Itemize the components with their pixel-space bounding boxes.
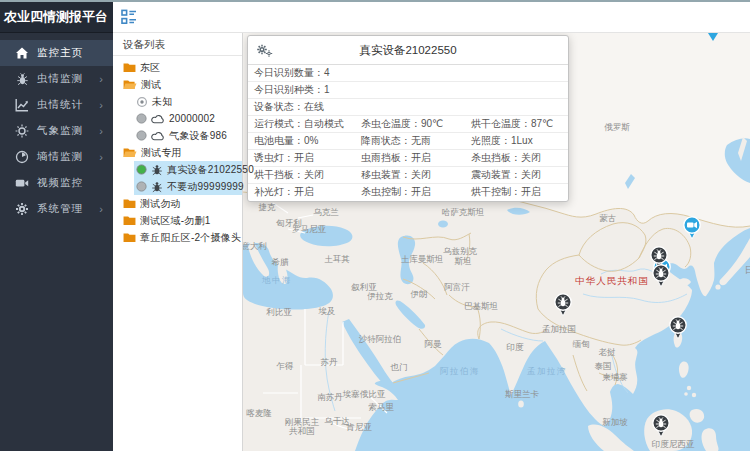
gear-icon [15,202,29,216]
status-dot-gray [136,130,147,141]
sidebar-item-system-manage[interactable]: 系统管理› [0,196,113,222]
popup-field: 杀虫仓温度：90℃ [361,116,471,132]
popup-field: 诱虫灯：开启 [254,150,361,166]
map-label: 埃塞俄比亚 [342,389,386,399]
map-label: 索马里 [368,402,394,412]
tree-folder[interactable]: 测试勿动 [113,195,242,212]
popup-detail-row: 烘干挡板：关闭移虫装置：关闭震动装置：关闭 [248,167,568,184]
bug-icon [15,72,29,86]
popup-field: 电池电量：0% [254,133,361,149]
map-label: 乌兹别克 [443,246,478,256]
sidebar-item-insect-stats[interactable]: 虫情统计› [0,92,113,118]
tree-device[interactable]: 真实设备21022550 [113,161,242,178]
map-label: 中华人民共和国 [575,275,649,286]
map-label: 孟加拉国 [542,324,576,334]
popup-field: 降雨状态：无雨 [361,133,471,149]
popup-field: 烘干挡板：关闭 [254,167,361,183]
map-label: 乍得 [276,361,295,371]
sidebar-item-label: 系统管理 [37,202,83,216]
folder-open-icon [123,147,137,158]
tree-device[interactable]: 20000002 [113,110,242,127]
popup-detail-row: 补光灯：开启杀虫控制：开启烘干控制：开启 [248,184,568,201]
status-dot-green [136,164,147,175]
tree-folder[interactable]: 章丘阳丘区-2个摄像头 [113,229,242,246]
chevron-right-icon: › [99,100,103,111]
video-icon [15,176,29,190]
sidebar-item-weather-monitor[interactable]: 气象监测› [0,118,113,144]
map-label: 日 [745,265,750,275]
sidebar-item-insect-monitor[interactable]: 虫情监测› [0,66,113,92]
chevron-right-icon: › [99,204,103,215]
device-label: 测试区域-勿删1 [140,214,211,228]
map-label: 利比亚 [266,307,292,317]
sidebar-item-soil-monitor[interactable]: 墒情监测› [0,144,113,170]
folder-closed-icon [123,215,136,226]
status-dot-gray [136,113,147,124]
popup-field: 运行模式：自动模式 [254,116,361,132]
chart-icon [15,98,29,112]
device-tree: 东区测试未知20000002气象设备986测试专用真实设备21022550不要动… [113,56,242,246]
geo-icon [136,96,148,108]
device-label: 20000002 [169,113,215,124]
tree-device[interactable]: 未知 [113,93,242,110]
map-label: 也门 [390,362,408,372]
map-label: 希腊 [272,257,290,267]
tree-folder[interactable]: 东区 [113,59,242,76]
device-label: 真实设备21022550 [167,163,254,177]
device-list-title: 设备列表 [113,33,242,56]
soil-icon [15,150,29,164]
sidebar-item-home[interactable]: 监控主页 [0,40,113,66]
map-label: 哈萨克斯坦 [442,207,485,217]
device-list-panel: 设备列表 东区测试未知20000002气象设备986测试专用真实设备210225… [113,33,243,451]
popup-detail-row: 运行模式：自动模式杀虫仓温度：90℃烘干仓温度：87℃ [248,116,568,133]
popup-field: 补光灯：开启 [254,184,361,201]
tree-folder[interactable]: 测试 [113,76,242,93]
device-label: 测试勿动 [140,197,181,211]
popup-field: 杀虫挡板：关闭 [471,150,568,166]
map-label: 南苏丹 [317,392,343,402]
device-tree-toggle-icon[interactable] [121,9,137,25]
tree-device[interactable]: 不要动99999999 [113,178,242,195]
map-label: 地中海 [261,275,292,285]
popup-header: 真实设备21022550 [248,36,568,65]
map-label: 印度尼西亚 [652,439,695,449]
tree-device[interactable]: 气象设备986 [113,127,242,144]
map-label: 土库曼斯坦 [401,254,444,264]
map-label: 肯尼亚 [345,422,372,432]
tree-folder[interactable]: 测试区域-勿删1 [113,212,242,229]
map-label: 喀麦隆 [246,408,272,418]
top-header [113,2,750,33]
popup-stat-row: 今日识别数量：4 [248,65,568,82]
status-dot-gray [136,181,147,192]
app-title: 农业四情测报平台 [0,0,113,33]
device-label: 气象设备986 [169,129,227,143]
map-label: 乌克兰 [313,207,339,217]
tree-folder[interactable]: 测试专用 [113,144,242,161]
popup-detail-row: 电池电量：0%降雨状态：无雨光照度：1Lux [248,133,568,150]
sidebar-item-video-monitor[interactable]: 视频监控 [0,170,113,196]
popup-field: 震动装置：关闭 [471,167,568,183]
map-label: 共和国 [288,426,315,436]
popup-field: 烘干控制：开启 [471,184,568,201]
device-label: 未知 [152,95,172,109]
bug-icon [151,181,163,193]
map-label: 阿曼 [425,339,443,349]
map-label: 柬埔寨 [602,372,628,382]
folder-open-icon [123,79,137,90]
map-label: 埃及 [318,306,336,316]
map-label: 罗马尼亚 [292,224,327,234]
settings-gears-icon[interactable] [256,43,273,62]
popup-body: 今日识别数量：4今日识别种类：1设备状态：在线运行模式：自动模式杀虫仓温度：90… [248,65,568,201]
map-label: 斯坦 [455,256,472,266]
chevron-right-icon: › [99,74,103,85]
sidebar-item-label: 墒情监测 [37,150,83,164]
chevron-right-icon: › [99,152,103,163]
popup-device-title: 真实设备21022550 [248,36,568,65]
map-area[interactable]: 俄罗斯蒙古中华人民共和国哈萨克斯坦乌克兰捷克匈牙利罗马尼亚意大利希腊地中海土耳其… [243,33,750,451]
map-label: 苏丹 [321,357,339,367]
weather-icon [15,124,29,138]
map-label: 捷克 [259,202,277,212]
popup-field: 移虫装置：关闭 [361,167,471,183]
map-label: 缅甸 [573,339,590,349]
map-label: 新加坡 [602,417,628,427]
